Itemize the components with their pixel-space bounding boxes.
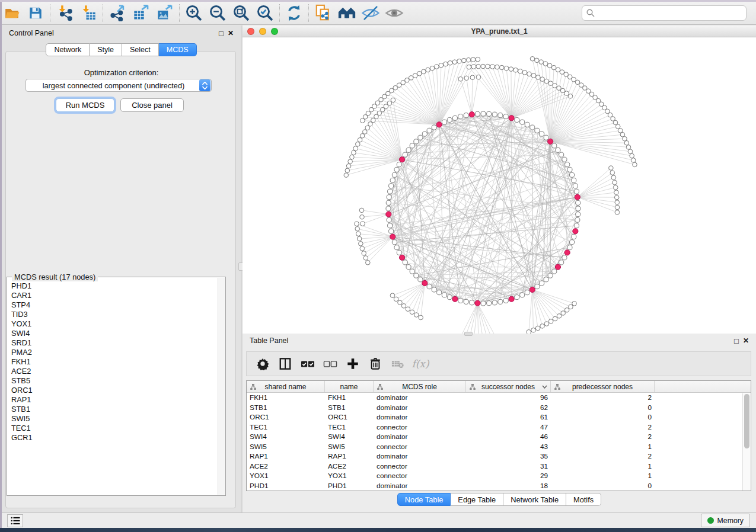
run-mcds-button[interactable]: Run MCDS	[56, 98, 114, 112]
table-cell: SWI5	[325, 443, 374, 451]
tab-motifs[interactable]: Motifs	[566, 493, 601, 506]
mcds-result-item[interactable]: TEC1	[11, 424, 216, 433]
mcds-result-item[interactable]: STB1	[11, 405, 216, 414]
tab-style[interactable]: Style	[90, 43, 122, 56]
status-bar: Memory	[2, 512, 756, 528]
column-header-name[interactable]: name	[325, 381, 374, 392]
table-row[interactable]: STB1STB1dominator620	[247, 403, 751, 413]
zoom-selected-button[interactable]	[253, 3, 277, 23]
mcds-result-item[interactable]: YOX1	[11, 319, 216, 329]
hide-selected-button[interactable]	[359, 3, 382, 23]
table-cell: ORC1	[325, 413, 374, 421]
table-panel-close-icon[interactable]: ✕	[743, 337, 749, 344]
column-header-MCDS-role[interactable]: MCDS role	[374, 381, 466, 392]
create-column-button[interactable]	[343, 354, 363, 374]
mcds-result-item[interactable]: TID3	[11, 310, 216, 319]
network-graph[interactable]	[243, 37, 756, 334]
mcds-result-item[interactable]: FKH1	[11, 357, 216, 367]
criterion-dropdown[interactable]: largest connected component (undirected)	[25, 79, 212, 92]
close-panel-button[interactable]: Close panel	[120, 98, 184, 112]
open-file-button[interactable]	[0, 3, 24, 23]
delete-column-button[interactable]	[365, 354, 385, 374]
clone-network-button[interactable]	[311, 3, 335, 23]
show-columns-button[interactable]	[275, 354, 295, 374]
import-network-icon	[56, 5, 74, 21]
mcds-result-item[interactable]: SWI4	[11, 329, 216, 338]
mcds-result-groupbox: MCDS result (17 nodes) PHD1CAR1STP4TID3Y…	[7, 277, 226, 496]
mcds-result-item[interactable]: ORC1	[11, 386, 216, 395]
delete-table-button[interactable]	[388, 354, 408, 374]
table-row[interactable]: RAP1RAP1dominator352	[247, 451, 751, 462]
save-session-button[interactable]	[24, 3, 47, 23]
export-image-button[interactable]	[153, 3, 177, 23]
control-panel-title: Control Panel	[9, 29, 54, 37]
show-all-button[interactable]	[382, 3, 406, 23]
table-cell: dominator	[374, 432, 466, 441]
mcds-result-item[interactable]: ACE2	[11, 367, 216, 376]
mcds-result-list[interactable]: PHD1CAR1STP4TID3YOX1SWI4SRD1PMA2FKH1ACE2…	[8, 279, 216, 493]
tab-mcds[interactable]: MCDS	[159, 43, 197, 56]
mcds-result-item[interactable]: STB5	[11, 376, 216, 386]
table-cell: SWI5	[247, 443, 325, 451]
import-table-button[interactable]	[76, 3, 100, 23]
column-header-successor-nodes[interactable]: successor nodes	[466, 381, 551, 392]
network-canvas[interactable]	[243, 37, 756, 334]
tab-network-table[interactable]: Network Table	[503, 493, 566, 506]
control-panel-float-icon[interactable]: □	[219, 30, 224, 37]
table-settings-button[interactable]	[253, 354, 273, 374]
deselect-all-rows-button[interactable]	[320, 354, 340, 374]
memory-button[interactable]: Memory	[701, 514, 750, 527]
table-scrollbar-thumb[interactable]	[744, 394, 749, 448]
table-cell: 96	[466, 393, 551, 402]
window-close-traffic-icon[interactable]	[247, 28, 254, 35]
table-scrollbar[interactable]	[742, 393, 750, 491]
export-network-button[interactable]	[106, 3, 129, 23]
table-cell: dominator	[374, 482, 466, 490]
function-builder-button[interactable]: f(x)	[410, 354, 430, 374]
export-table-button[interactable]	[129, 3, 153, 23]
mcds-list-scrollbar[interactable]	[218, 278, 225, 495]
mcds-result-item[interactable]: PHD1	[11, 281, 216, 291]
mcds-result-item[interactable]: STP4	[11, 300, 216, 310]
mcds-result-item[interactable]: GCR1	[11, 433, 216, 443]
tab-select[interactable]: Select	[122, 43, 159, 56]
table-cell: dominator	[374, 452, 466, 460]
search-input[interactable]	[582, 5, 747, 21]
mcds-result-item[interactable]: RAP1	[11, 395, 216, 405]
export-image-icon	[156, 5, 174, 21]
mcds-result-item[interactable]: SRD1	[11, 338, 216, 348]
table-row[interactable]: YOX1YOX1connector291	[247, 471, 751, 481]
zoom-fit-button[interactable]	[229, 3, 253, 23]
table-panel-float-icon[interactable]: □	[734, 337, 739, 345]
column-header-shared-name[interactable]: shared name	[247, 381, 325, 392]
table-row[interactable]: ORC1ORC1dominator610	[247, 412, 751, 422]
table-row[interactable]: TEC1TEC1connector472	[247, 422, 751, 432]
table-row[interactable]: FKH1FKH1dominator962	[247, 393, 751, 403]
control-panel-close-icon[interactable]: ✕	[228, 30, 234, 37]
select-all-rows-button[interactable]	[298, 354, 318, 374]
window-minimize-traffic-icon[interactable]	[259, 28, 266, 35]
zoom-fit-icon	[232, 4, 250, 22]
network-window-titlebar[interactable]: YPA_prune.txt_1	[243, 25, 756, 37]
table-row[interactable]: SWI5SWI5connector431	[247, 442, 751, 452]
table-cell: ORC1	[247, 413, 325, 421]
table-row[interactable]: ACE2ACE2connector311	[247, 462, 751, 472]
tab-node-table[interactable]: Node Table	[397, 493, 451, 506]
column-header-predecessor-nodes[interactable]: predecessor nodes	[551, 381, 655, 392]
task-history-button[interactable]	[7, 514, 23, 527]
tab-network[interactable]: Network	[46, 43, 90, 56]
zoom-in-button[interactable]	[182, 3, 206, 23]
apply-layout-button[interactable]	[282, 3, 306, 23]
import-network-button[interactable]	[53, 3, 76, 23]
mcds-result-item[interactable]: SWI5	[11, 414, 216, 424]
table-cell: 47	[466, 423, 551, 431]
table-row[interactable]: PHD1PHD1dominator180	[247, 481, 751, 491]
zoom-out-button[interactable]	[206, 3, 229, 23]
mcds-result-item[interactable]: CAR1	[11, 291, 216, 300]
table-cell: 61	[466, 413, 551, 421]
table-row[interactable]: SWI4SWI4dominator462	[247, 432, 751, 442]
window-zoom-traffic-icon[interactable]	[271, 28, 278, 35]
tab-edge-table[interactable]: Edge Table	[451, 493, 503, 506]
first-neighbors-button[interactable]	[335, 3, 359, 23]
mcds-result-item[interactable]: PMA2	[11, 348, 216, 357]
